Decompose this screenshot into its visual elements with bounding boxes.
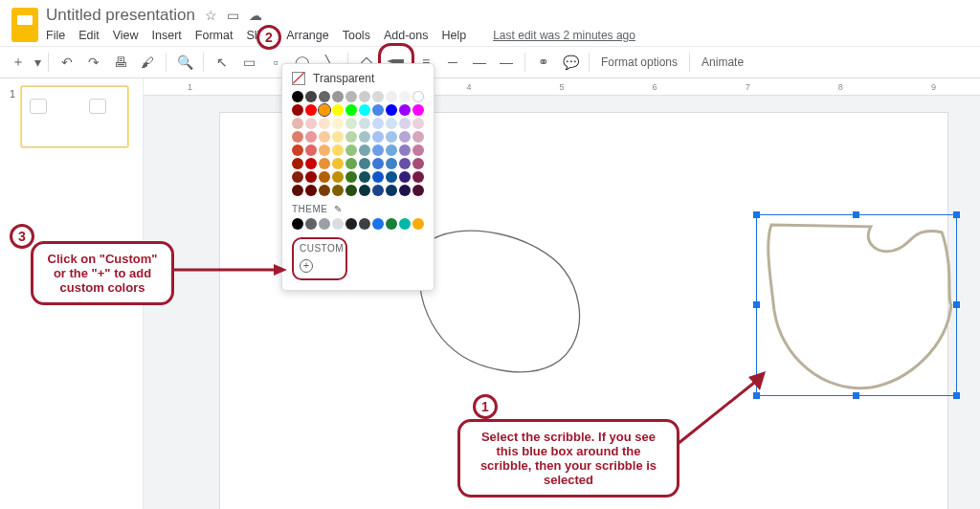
color-swatch[interactable] <box>305 185 317 196</box>
textbox-button[interactable]: ▭ <box>236 50 261 75</box>
theme-color-swatch[interactable] <box>359 218 370 230</box>
menu-help[interactable]: Help <box>441 29 466 42</box>
color-swatch[interactable] <box>372 131 384 143</box>
add-custom-color-button[interactable]: + <box>300 259 313 273</box>
edit-theme-icon[interactable]: ✎ <box>334 204 343 214</box>
theme-color-swatch[interactable] <box>372 218 384 230</box>
color-swatch[interactable] <box>386 144 397 156</box>
color-swatch[interactable] <box>359 158 370 169</box>
color-swatch[interactable] <box>386 104 397 116</box>
color-swatch[interactable] <box>305 91 317 102</box>
color-swatch[interactable] <box>412 91 424 102</box>
color-swatch[interactable] <box>292 131 303 143</box>
color-swatch[interactable] <box>319 171 330 183</box>
menu-file[interactable]: File <box>46 29 65 42</box>
resize-handle[interactable] <box>853 211 859 218</box>
star-icon[interactable]: ☆ <box>205 8 217 23</box>
theme-color-swatch[interactable] <box>412 218 424 230</box>
color-swatch[interactable] <box>292 104 303 116</box>
color-swatch[interactable] <box>305 118 317 129</box>
animate-button[interactable]: Animate <box>702 55 744 69</box>
new-slide-menu-button[interactable]: ▾ <box>33 50 42 75</box>
print-button[interactable]: 🖶 <box>108 50 133 75</box>
resize-handle[interactable] <box>953 301 960 308</box>
color-swatch[interactable] <box>386 118 397 129</box>
color-swatch[interactable] <box>332 131 344 143</box>
resize-handle[interactable] <box>953 211 960 218</box>
menu-addons[interactable]: Add-ons <box>384 29 429 42</box>
color-swatch[interactable] <box>399 131 411 143</box>
color-swatch[interactable] <box>372 185 384 196</box>
resize-handle[interactable] <box>753 301 760 308</box>
color-swatch[interactable] <box>359 131 370 143</box>
color-swatch[interactable] <box>319 158 330 169</box>
document-title[interactable]: Untitled presentation <box>46 6 195 25</box>
color-swatch[interactable] <box>399 158 411 169</box>
resize-handle[interactable] <box>853 392 859 399</box>
color-swatch[interactable] <box>399 91 411 102</box>
color-swatch[interactable] <box>292 171 303 183</box>
selection-box[interactable] <box>756 214 957 396</box>
theme-color-swatch[interactable] <box>319 218 330 230</box>
format-options-button[interactable]: Format options <box>601 55 678 69</box>
color-swatch[interactable] <box>372 171 384 183</box>
paint-format-button[interactable]: 🖌 <box>135 50 160 75</box>
color-swatch[interactable] <box>359 144 370 156</box>
comment-button[interactable]: 💬 <box>558 50 583 75</box>
color-swatch[interactable] <box>332 144 344 156</box>
resize-handle[interactable] <box>953 392 960 399</box>
color-swatch[interactable] <box>332 91 344 102</box>
color-swatch[interactable] <box>412 185 424 196</box>
color-swatch[interactable] <box>345 171 357 183</box>
color-swatch[interactable] <box>319 144 330 156</box>
color-swatch[interactable] <box>292 185 303 196</box>
theme-color-swatch[interactable] <box>292 218 303 230</box>
color-swatch[interactable] <box>359 185 370 196</box>
menu-arrange[interactable]: Arrange <box>286 29 328 42</box>
color-swatch[interactable] <box>332 158 344 169</box>
theme-color-swatch[interactable] <box>332 218 344 230</box>
color-swatch[interactable] <box>412 104 424 116</box>
color-swatch[interactable] <box>345 144 357 156</box>
theme-color-swatch[interactable] <box>345 218 357 230</box>
slide-thumbnail-1[interactable] <box>21 86 128 147</box>
resize-handle[interactable] <box>753 392 760 399</box>
last-edit-link[interactable]: Last edit was 2 minutes ago <box>493 29 635 42</box>
color-swatch[interactable] <box>399 185 411 196</box>
zoom-button[interactable]: 🔍 <box>172 50 197 75</box>
menu-tools[interactable]: Tools <box>343 29 370 42</box>
menu-insert[interactable]: Insert <box>152 29 182 42</box>
resize-handle[interactable] <box>753 211 760 218</box>
color-swatch[interactable] <box>399 144 411 156</box>
menu-format[interactable]: Format <box>195 29 234 42</box>
color-swatch[interactable] <box>359 171 370 183</box>
theme-color-swatch[interactable] <box>386 218 397 230</box>
color-swatch[interactable] <box>386 185 397 196</box>
color-swatch[interactable] <box>359 104 370 116</box>
color-swatch[interactable] <box>345 104 357 116</box>
new-slide-button[interactable]: ＋ <box>6 50 31 75</box>
undo-button[interactable]: ↶ <box>55 50 79 75</box>
color-swatch[interactable] <box>292 118 303 129</box>
transparent-option[interactable]: Transparent <box>292 72 424 85</box>
line-start-button[interactable]: — <box>467 50 492 75</box>
color-swatch[interactable] <box>305 158 317 169</box>
color-swatch[interactable] <box>372 158 384 169</box>
color-swatch[interactable] <box>319 185 330 196</box>
link-button[interactable]: ⚭ <box>531 50 556 75</box>
theme-color-swatch[interactable] <box>399 218 411 230</box>
color-swatch[interactable] <box>292 144 303 156</box>
color-swatch[interactable] <box>305 131 317 143</box>
color-swatch[interactable] <box>386 131 397 143</box>
color-swatch[interactable] <box>345 158 357 169</box>
color-swatch[interactable] <box>332 171 344 183</box>
color-swatch[interactable] <box>412 131 424 143</box>
line-end-button[interactable]: — <box>494 50 519 75</box>
theme-color-swatch[interactable] <box>305 218 317 230</box>
color-swatch[interactable] <box>319 131 330 143</box>
color-swatch[interactable] <box>372 144 384 156</box>
color-swatch[interactable] <box>359 91 370 102</box>
select-tool-button[interactable]: ↖ <box>210 50 234 75</box>
color-swatch[interactable] <box>332 185 344 196</box>
color-swatch[interactable] <box>292 158 303 169</box>
